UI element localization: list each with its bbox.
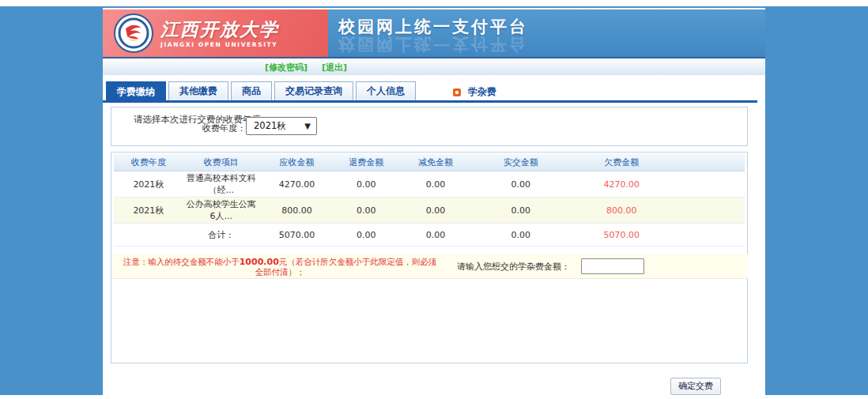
cell-spacer	[675, 171, 745, 198]
tab-personal-info[interactable]: 个人信息	[356, 81, 416, 100]
table-header-row: 收费年度 收费项目 应收金额 退费金额 减免金额 实交金额 欠费金额	[114, 153, 745, 171]
university-name-cn: 江西开放大学	[160, 19, 279, 40]
cell-item: 公办高校学生公寓6人...	[183, 198, 259, 224]
cell-refund: 0.00	[334, 171, 398, 198]
column-header-item: 收费项目	[183, 153, 259, 171]
confirm-payment-button[interactable]: 确定交费	[670, 378, 721, 395]
cell-paid: 0.00	[474, 198, 568, 224]
fee-category-icon	[453, 88, 461, 96]
title-block: 校园网上统一支付平台 校园网上统一支付平台	[328, 9, 765, 57]
cell-due: 5070.00	[259, 224, 335, 247]
fee-table: 收费年度 收费项目 应收金额 退费金额 减免金额 实交金额 欠费金额 2021秋…	[114, 153, 745, 247]
cell-owed: 4270.00	[568, 171, 676, 198]
notice-prefix: 注意：输入的待交金额不能小于	[123, 257, 240, 266]
cell-refund: 0.00	[334, 224, 398, 247]
column-header-paid: 实交金额	[474, 153, 568, 171]
cell-refund: 0.00	[334, 198, 398, 224]
cell-reduction: 0.00	[398, 224, 474, 247]
payment-note-row: 注意：输入的待交金额不能小于1000.00元（若合计所欠金额小于此限定值，则必须…	[112, 254, 748, 279]
change-password-link[interactable]: [修改密码]	[265, 62, 308, 73]
cell-year: 2021秋	[114, 198, 183, 224]
main-tabbar: 学费缴纳 其他缴费 商品 交易记录查询 个人信息	[106, 81, 418, 100]
cell-total-label: 合计：	[183, 224, 259, 247]
platform-title: 校园网上统一支付平台	[338, 17, 765, 36]
tab-other-fees[interactable]: 其他缴费	[168, 81, 228, 100]
tabbar-underline	[103, 100, 757, 103]
logout-link[interactable]: [退出]	[322, 62, 347, 73]
amount-input-label: 请输入您想交的学杂费金额：	[457, 261, 570, 273]
table-row: 2021秋 公办高校学生公寓6人... 800.00 0.00 0.00 0.0…	[114, 198, 745, 224]
amount-input[interactable]	[581, 258, 644, 274]
fee-year-select[interactable]: 2021秋 ▼	[246, 117, 317, 135]
cell-due: 4270.00	[259, 171, 335, 198]
tab-tuition-payment[interactable]: 学费缴纳	[106, 81, 166, 100]
fee-category: 学杂费	[453, 85, 496, 99]
cell-due: 800.00	[259, 198, 335, 224]
cell-year: 2021秋	[114, 171, 183, 198]
cell-reduction: 0.00	[398, 171, 474, 198]
column-header-reduction: 减免金额	[398, 153, 474, 171]
university-logo-icon	[114, 13, 153, 53]
cell-item: 普通高校本科文科（经...	[183, 171, 259, 198]
table-row: 2021秋 普通高校本科文科（经... 4270.00 0.00 0.00 0.…	[114, 171, 745, 198]
platform-title-reflection: 校园网上统一支付平台	[338, 35, 765, 54]
university-name: 江西开放大学 JIANGXI OPEN UNIVERSITY	[160, 19, 279, 48]
fee-category-label: 学杂费	[468, 85, 496, 99]
cell-owed: 5070.00	[568, 224, 676, 247]
cell-paid: 0.00	[474, 224, 568, 247]
cell-reduction: 0.00	[398, 198, 474, 224]
notice-suffix: 元（若合计所欠金额小于此限定值，则必须全部付清）；	[255, 257, 437, 277]
content-page: 江西开放大学 JIANGXI OPEN UNIVERSITY 校园网上统一支付平…	[103, 8, 765, 399]
column-header-refund: 退费金额	[334, 153, 398, 171]
cell-paid: 0.00	[474, 171, 568, 198]
cell-owed: 800.00	[568, 198, 676, 224]
cell-spacer	[675, 224, 745, 247]
cell-empty	[114, 224, 183, 247]
column-header-spacer	[675, 153, 745, 171]
tab-transaction-history[interactable]: 交易记录查询	[274, 81, 353, 100]
logo-block: 江西开放大学 JIANGXI OPEN UNIVERSITY	[103, 9, 328, 57]
tab-products[interactable]: 商品	[231, 81, 272, 100]
fee-year-selected-value: 2021秋	[254, 120, 286, 131]
column-header-due: 应收金额	[259, 153, 335, 171]
cell-spacer	[675, 198, 745, 224]
account-links-strip: [修改密码] [退出]	[103, 58, 765, 75]
column-header-owed: 欠费金额	[568, 153, 676, 171]
column-header-year: 收费年度	[114, 153, 183, 171]
table-total-row: 合计： 5070.00 0.00 0.00 0.00 5070.00	[114, 224, 745, 247]
chevron-down-icon: ▼	[304, 118, 311, 134]
fee-table-panel: 收费年度 收费项目 应收金额 退费金额 减免金额 实交金额 欠费金额 2021秋…	[111, 152, 748, 363]
minimum-amount-notice: 注意：输入的待交金额不能小于1000.00元（若合计所欠金额小于此限定值，则必须…	[122, 257, 438, 277]
university-name-en: JIANGXI OPEN UNIVERSITY	[160, 41, 279, 48]
notice-amount: 1000.00	[240, 257, 279, 267]
header-banner: 江西开放大学 JIANGXI OPEN UNIVERSITY 校园网上统一支付平…	[103, 9, 765, 57]
fee-year-panel: 请选择本次进行交费的收费年度。 收费年度： 2021秋 ▼	[111, 107, 748, 146]
fee-year-label: 收费年度：	[202, 122, 246, 134]
